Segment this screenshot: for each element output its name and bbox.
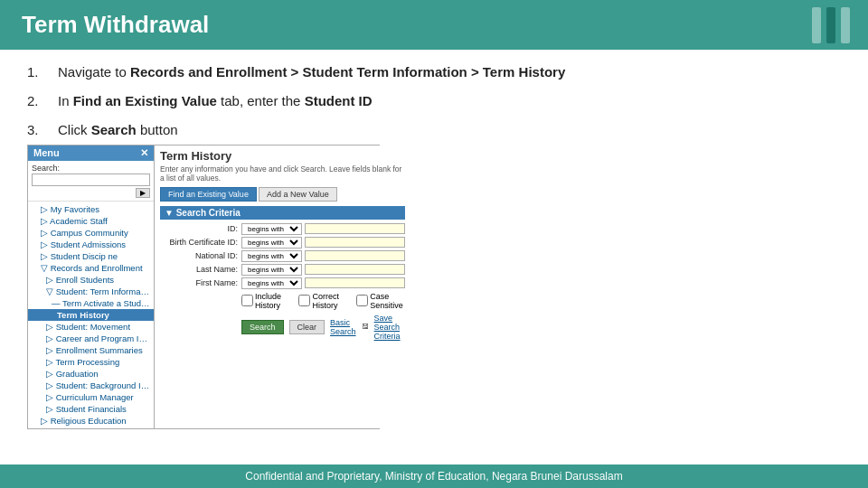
ps-search-criteria-bar[interactable]: ▼ Search Criteria bbox=[160, 206, 405, 220]
checkbox-correct-history-input[interactable] bbox=[298, 295, 310, 306]
menu-item-academic-staff[interactable]: ▷ Academic Staff bbox=[28, 215, 154, 227]
menu-item-curriculum[interactable]: ▷ Curriculum Manager bbox=[28, 391, 154, 403]
ps-menu: Menu ✕ Search: ▶ ▷ My Favorites bbox=[28, 145, 155, 428]
menu-item-enroll[interactable]: ▷ Enroll Students bbox=[28, 274, 154, 286]
label-last-name: Last Name: bbox=[160, 265, 241, 274]
label-national-id: National ID: bbox=[160, 251, 241, 260]
menu-item-enroll-sum[interactable]: ▷ Enrollment Summaries bbox=[28, 344, 154, 356]
form-row-national-id: National ID: begins with bbox=[160, 250, 405, 262]
tab-find-existing[interactable]: Find an Existing Value bbox=[160, 187, 257, 202]
menu-item-term-proc[interactable]: ▷ Term Processing bbox=[28, 356, 154, 368]
checkbox-case-sensitive[interactable]: Case Sensitive bbox=[356, 292, 405, 310]
select-last-name[interactable]: begins with bbox=[241, 264, 302, 276]
header-bar: Term Withdrawal bbox=[0, 0, 868, 50]
footer-text: Confidential and Proprietary, Ministry o… bbox=[245, 470, 622, 483]
step-1-number: 1. bbox=[27, 62, 49, 82]
step-3: 3. Click Search button bbox=[27, 120, 841, 140]
menu-item-background[interactable]: ▷ Student: Background Information bbox=[28, 380, 154, 391]
label-birth-cert: Birth Certificate ID: bbox=[160, 238, 241, 247]
menu-item-term-info[interactable]: ▽ Student: Term Information bbox=[28, 286, 154, 297]
checkbox-case-sensitive-input[interactable] bbox=[356, 295, 368, 306]
form-row-birth-cert: Birth Certificate ID: begins with bbox=[160, 237, 405, 249]
input-birth-cert[interactable] bbox=[305, 237, 405, 248]
menu-item-term-activate[interactable]: — Term Activate a Student bbox=[28, 297, 154, 309]
ps-container: Menu ✕ Search: ▶ ▷ My Favorites bbox=[27, 145, 380, 429]
basic-search-link[interactable]: Basic Search bbox=[330, 318, 356, 336]
checkbox-correct-history[interactable]: Correct History bbox=[298, 292, 347, 310]
label-first-name: First Name: bbox=[160, 278, 241, 287]
step-2-text: In Find an Existing Value tab, enter the… bbox=[58, 91, 373, 111]
step-3-number: 3. bbox=[27, 120, 49, 140]
input-national-id[interactable] bbox=[305, 250, 405, 261]
clear-button[interactable]: Clear bbox=[289, 320, 326, 334]
steps-section: 1. Navigate to Records and Enrollment > … bbox=[27, 62, 841, 429]
ps-menu-items: ▷ My Favorites ▷ Academic Staff ▷ Campus… bbox=[28, 202, 154, 428]
input-last-name[interactable] bbox=[305, 264, 405, 275]
checkbox-include-history[interactable]: Include History bbox=[241, 292, 289, 310]
footer: Confidential and Proprietary, Ministry o… bbox=[0, 465, 868, 488]
ps-tab-bar: Find an Existing Value Add a New Value bbox=[160, 187, 405, 202]
ps-search-go-btn[interactable]: ▶ bbox=[136, 188, 150, 198]
form-row-first-name: First Name: begins with bbox=[160, 277, 405, 289]
step-1: 1. Navigate to Records and Enrollment > … bbox=[27, 62, 841, 82]
ps-page-title: Term History bbox=[160, 149, 405, 163]
search-button[interactable]: Search bbox=[241, 320, 284, 334]
select-id[interactable]: begins with bbox=[241, 223, 302, 235]
menu-item-favorites[interactable]: ▷ My Favorites bbox=[28, 203, 154, 215]
label-id: ID: bbox=[160, 224, 241, 233]
select-birth-cert[interactable]: begins with bbox=[241, 237, 302, 249]
menu-item-term-history[interactable]: Term History bbox=[28, 309, 154, 321]
form-row-last-name: Last Name: begins with bbox=[160, 264, 405, 276]
checkbox-row: Include History Correct History Case Sen… bbox=[160, 292, 405, 310]
screenshot-area: 1 2 3 Menu ✕ bbox=[27, 144, 380, 429]
header-decorations bbox=[812, 7, 850, 43]
menu-item-admissions[interactable]: ▷ Student Admissions bbox=[28, 239, 154, 250]
select-first-name[interactable]: begins with bbox=[241, 277, 302, 289]
menu-item-career[interactable]: ▷ Career and Program Information bbox=[28, 333, 154, 344]
ps-menu-search-btn-row: ▶ bbox=[32, 188, 150, 198]
header-dec-2 bbox=[826, 7, 835, 43]
menu-item-campus[interactable]: ▷ Campus Community bbox=[28, 227, 154, 239]
input-first-name[interactable] bbox=[305, 277, 405, 288]
menu-item-financials[interactable]: ▷ Student Financials bbox=[28, 403, 154, 415]
header-dec-3 bbox=[841, 7, 850, 43]
step-2-number: 2. bbox=[27, 91, 49, 111]
ps-button-row: Search Clear Basic Search 🖫 Save Search … bbox=[160, 314, 405, 341]
step-2: 2. In Find an Existing Value tab, enter … bbox=[27, 91, 841, 111]
menu-item-religious[interactable]: ▷ Religious Education bbox=[28, 415, 154, 427]
ps-menu-title: Menu bbox=[33, 147, 60, 158]
menu-item-records[interactable]: ▽ Records and Enrollment bbox=[28, 262, 154, 274]
ps-menu-close-icon[interactable]: ✕ bbox=[140, 147, 148, 159]
step-3-text: Click Search button bbox=[58, 120, 178, 140]
page-title: Term Withdrawal bbox=[22, 11, 846, 39]
save-search-criteria-link[interactable]: Save Search Criteria bbox=[374, 314, 405, 341]
tab-add-new[interactable]: Add a New Value bbox=[259, 187, 337, 202]
save-icon: 🖫 bbox=[362, 323, 369, 331]
ps-menu-header: Menu ✕ bbox=[28, 145, 154, 161]
form-row-id: ID: begins with bbox=[160, 223, 405, 235]
select-national-id[interactable]: begins with bbox=[241, 250, 302, 262]
header-dec-1 bbox=[812, 7, 821, 43]
ps-search-label: Search: bbox=[32, 164, 150, 173]
screenshot-wrapper: 1 2 3 Menu ✕ bbox=[27, 145, 380, 429]
ps-content: Term History Enter any information you h… bbox=[155, 145, 410, 428]
checkbox-include-history-input[interactable] bbox=[241, 295, 253, 306]
main-content: 1. Navigate to Records and Enrollment > … bbox=[0, 50, 868, 438]
step-1-text: Navigate to Records and Enrollment > Stu… bbox=[58, 62, 565, 82]
menu-item-discip[interactable]: ▷ Student Discip ne bbox=[28, 250, 154, 262]
ps-search-input[interactable] bbox=[32, 174, 150, 186]
ps-menu-search: Search: ▶ bbox=[28, 161, 154, 202]
input-id[interactable] bbox=[305, 223, 405, 234]
ps-subtitle: Enter any information you have and click… bbox=[160, 164, 405, 183]
menu-item-graduation[interactable]: ▷ Graduation bbox=[28, 368, 154, 380]
menu-item-movement[interactable]: ▷ Student: Movement bbox=[28, 321, 154, 333]
